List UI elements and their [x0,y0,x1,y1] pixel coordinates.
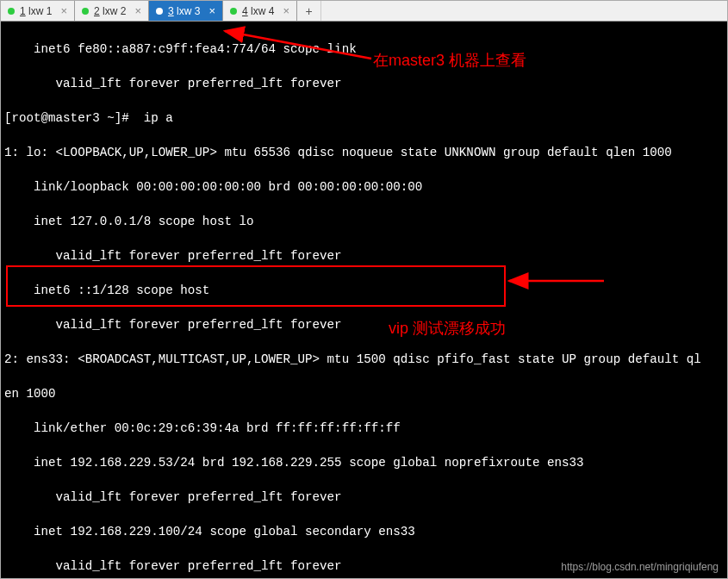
terminal-line: inet 192.168.229.53/24 brd 192.168.229.2… [4,454,724,471]
terminal-line: inet6 fe80::a887:c9ff:fea4:774/64 scope … [4,40,724,58]
terminal-line: link/loopback 00:00:00:00:00:00 brd 00:0… [4,178,724,196]
close-icon[interactable]: × [283,4,289,17]
tab-label: 4 lxw 4 [242,5,274,17]
new-tab-button[interactable]: + [297,1,321,21]
status-dot-icon [82,8,89,15]
terminal-line: inet 127.0.0.1/8 scope host lo [4,213,724,230]
tab-bar: 1 lxw 1 × 2 lxw 2 × 3 lxw 3 × 4 lxw 4 × … [1,1,727,22]
terminal-line: valid_lft forever preferred_lft forever [4,489,724,506]
terminal-line: inet6 ::1/128 scope host [4,282,724,299]
status-dot-icon [8,8,15,15]
tab-label: 2 lxw 2 [94,5,126,17]
close-icon[interactable]: × [134,4,141,17]
close-icon[interactable]: × [208,4,215,17]
terminal-prompt-line: [root@master3 ~]# ip a [4,109,724,127]
status-dot-icon [156,8,163,15]
watermark-text: https://blog.csdn.net/mingriqiufeng [561,561,719,573]
tab-label: 1 lxw 1 [20,5,52,17]
tab-lxw2[interactable]: 2 lxw 2 × [75,1,149,21]
terminal-line: 1: lo: <LOOPBACK,UP,LOWER_UP> mtu 65536 … [4,144,724,161]
terminal-output[interactable]: inet6 fe80::a887:c9ff:fea4:774/64 scope … [1,22,727,579]
status-dot-icon [230,8,237,15]
tab-lxw3[interactable]: 3 lxw 3 × [149,1,223,21]
terminal-line: valid_lft forever preferred_lft forever [4,247,724,265]
tab-lxw1[interactable]: 1 lxw 1 × [1,1,75,21]
terminal-line: valid_lft forever preferred_lft forever [4,316,724,333]
close-icon[interactable]: × [60,4,67,17]
terminal-line: valid_lft forever preferred_lft forever [4,75,724,92]
terminal-line: en 1000 [4,385,724,402]
terminal-line: inet 192.168.229.100/24 scope global sec… [4,523,724,540]
tab-label: 3 lxw 3 [168,5,200,17]
terminal-line: link/ether 00:0c:29:c6:39:4a brd ff:ff:f… [4,420,724,437]
terminal-line: 2: ens33: <BROADCAST,MULTICAST,UP,LOWER_… [4,351,724,368]
tab-lxw4[interactable]: 4 lxw 4 × [223,1,297,21]
